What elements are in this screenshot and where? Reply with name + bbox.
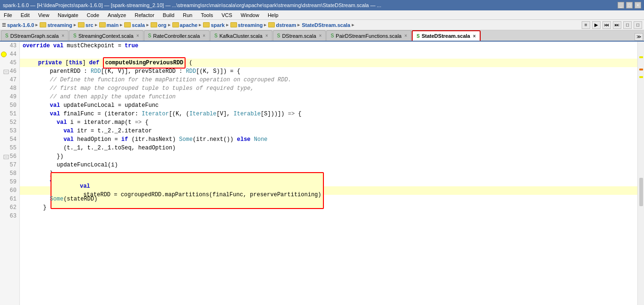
nav-tool-btn-2[interactable]: ▶ xyxy=(592,21,601,29)
tab-statedstream[interactable]: S StateDStream.scala × xyxy=(412,30,480,41)
nav-folder-org[interactable]: org xyxy=(151,22,167,28)
nav-project[interactable]: ☰ spark-1.6.0 xyxy=(2,22,34,28)
line-num-53: 53 xyxy=(0,127,19,135)
nav-org-link[interactable]: org xyxy=(158,22,167,28)
nav-dstream-link[interactable]: dstream xyxy=(276,22,296,28)
tab-streamingcontext[interactable]: S StreamingContext.scala × xyxy=(69,30,143,41)
nav-folder-streaming[interactable]: streaming xyxy=(40,22,72,28)
nav-tool-btn-3[interactable]: ⏮ xyxy=(602,21,611,29)
tab-ratecontroller[interactable]: S RateController.scala × xyxy=(144,30,210,41)
tab-close-dstreamgraph[interactable]: × xyxy=(61,33,64,38)
close-button[interactable]: × xyxy=(635,2,641,9)
menu-vcs[interactable]: VCS xyxy=(220,12,234,18)
menu-build[interactable]: Build xyxy=(161,12,176,18)
tab-dstream[interactable]: S DStream.scala × xyxy=(273,30,326,41)
tab-pairdstreamfunctions[interactable]: S PairDStreamFunctions.scala × xyxy=(326,30,411,41)
nav-folder-main[interactable]: main xyxy=(99,22,119,28)
nav-sep-9: ▸ xyxy=(264,22,267,28)
line-num-45: 45 xyxy=(0,59,19,67)
menu-help[interactable]: Help xyxy=(266,12,280,18)
menu-edit[interactable]: Edit xyxy=(19,12,32,18)
line-num-56: 56 xyxy=(0,152,19,161)
tab-label-pairdstreamfunctions: PairDStreamFunctions.scala xyxy=(336,33,401,39)
code-line-57: updateFuncLocal(i) xyxy=(20,161,637,169)
code-50-val: val xyxy=(50,101,60,110)
nav-scala-link[interactable]: scala xyxy=(132,22,145,28)
nav-spark-link[interactable]: spark xyxy=(211,22,224,28)
code-48-comment: // first map the cogrouped tuple to tupl… xyxy=(23,84,254,93)
folder-icon-scala xyxy=(124,22,131,27)
menu-window[interactable]: Window xyxy=(239,12,261,18)
tab-icon-statedstream: S xyxy=(416,34,420,39)
code-line-43: override val mustCheckpoint = true xyxy=(20,42,637,50)
nav-folder-spark[interactable]: spark xyxy=(203,22,224,28)
nav-tool-btn-6[interactable]: □ xyxy=(634,21,642,29)
folder-icon-streaming2 xyxy=(230,22,237,27)
code-52-arrow: => xyxy=(135,118,142,127)
folder-icon-apache xyxy=(172,22,179,27)
tabs-overflow: ≫ xyxy=(635,33,643,41)
menu-tools[interactable]: Tools xyxy=(199,12,215,18)
menu-view[interactable]: View xyxy=(36,12,51,18)
nav-folder-scala[interactable]: scala xyxy=(124,22,145,28)
folder-icon-spark xyxy=(203,22,210,27)
nav-folder-streaming2[interactable]: streaming xyxy=(230,22,263,28)
code-line-52: val i = iterator.map(t => { xyxy=(20,118,637,127)
title-text: spark-1.6.0 — [H:\IdeaProjects\spark-1.6… xyxy=(3,2,381,8)
code-51-val: val xyxy=(50,110,60,118)
nav-tool-btn-5[interactable]: □ xyxy=(623,21,632,29)
code-54-if: if xyxy=(121,135,128,144)
nav-project-link[interactable]: spark-1.6.0 xyxy=(7,22,34,28)
code-43-true: true xyxy=(125,42,138,50)
nav-bar: ☰ spark-1.6.0 ▸ streaming ▸ src ▸ main ▸… xyxy=(0,20,644,30)
nav-src-link[interactable]: src xyxy=(85,22,93,28)
menu-navigate[interactable]: Navigate xyxy=(56,12,80,18)
tab-close-statedstream[interactable]: × xyxy=(473,34,476,39)
tab-close-streamingcontext[interactable]: × xyxy=(136,33,139,38)
menu-file[interactable]: File xyxy=(2,12,14,18)
menu-run[interactable]: Run xyxy=(181,12,194,18)
nav-apache-link[interactable]: apache xyxy=(180,22,198,28)
nav-streaming2-link[interactable]: streaming xyxy=(238,22,263,28)
tab-kafkacluster[interactable]: S KafkaCluster.scala × xyxy=(210,30,272,41)
nav-tool-btn-4[interactable]: ⏭ xyxy=(613,21,621,29)
nav-folder-dstream[interactable]: dstream xyxy=(268,22,296,28)
tab-icon-ratecontroller: S xyxy=(148,33,152,38)
tab-icon-kafkacluster: S xyxy=(214,33,218,38)
code-line-63 xyxy=(20,212,637,220)
code-45-this: this xyxy=(69,59,83,67)
code-line-47: // Define the function for the mapPartit… xyxy=(20,76,637,84)
code-line-56: }) xyxy=(20,152,637,161)
menu-code[interactable]: Code xyxy=(85,12,101,18)
nav-sep-3: ▸ xyxy=(95,22,98,28)
tab-close-pairdstreamfunctions[interactable]: × xyxy=(404,33,407,38)
nav-folder-apache[interactable]: apache xyxy=(172,22,198,28)
code-line-53: val itr = t._2._2.iterator xyxy=(20,127,637,135)
code-area[interactable]: override val mustCheckpoint = true priva… xyxy=(20,42,637,305)
code-51-iterable2: Iterable xyxy=(234,110,261,118)
nav-main-link[interactable]: main xyxy=(107,22,119,28)
menu-analyze[interactable]: Analyze xyxy=(106,12,128,18)
nav-folder-src[interactable]: src xyxy=(78,22,93,28)
code-45-def: def xyxy=(89,59,100,67)
menu-refactor[interactable]: Refactor xyxy=(133,12,156,18)
tabs-overflow-btn[interactable]: ≫ xyxy=(635,33,643,41)
code-54-none: None xyxy=(254,135,268,144)
scroll-marker-3 xyxy=(639,76,643,78)
line-num-52: 52 xyxy=(0,118,19,127)
folder-icon-streaming xyxy=(40,22,46,27)
line-num-43: 43 xyxy=(0,42,19,50)
minimize-button[interactable]: _ xyxy=(618,2,624,9)
line-num-47: 47 xyxy=(0,76,19,84)
code-43-val: val xyxy=(53,42,64,50)
tab-close-dstream[interactable]: × xyxy=(319,33,322,38)
scrollbar-thumb[interactable] xyxy=(639,178,643,206)
tab-close-ratecontroller[interactable]: × xyxy=(203,33,205,38)
nav-file-link[interactable]: StateDStream.scala xyxy=(302,22,350,28)
nav-streaming-link[interactable]: streaming xyxy=(47,22,72,28)
code-line-50: val updateFuncLocal = updateFunc xyxy=(20,101,637,110)
maximize-button[interactable]: □ xyxy=(626,2,633,9)
tab-dstreamgraph[interactable]: S DStreamGraph.scala × xyxy=(1,30,68,41)
nav-tool-btn-1[interactable]: ≡ xyxy=(582,21,590,29)
tab-close-kafkacluster[interactable]: × xyxy=(265,33,268,38)
